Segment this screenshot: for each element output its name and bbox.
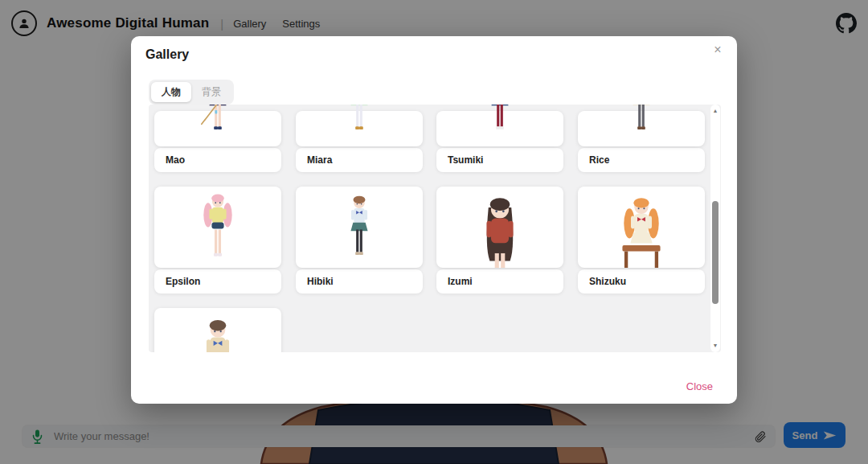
character-card[interactable]: Rice bbox=[578, 111, 705, 172]
character-card[interactable] bbox=[154, 308, 281, 352]
app-screen: Awesome Digital Human | Gallery Settings bbox=[0, 0, 868, 464]
character-figure bbox=[469, 190, 532, 268]
gallery-modal: Gallery × 人物 背景 MaoMiaraTsumikiRiceEpsil… bbox=[131, 36, 737, 404]
character-name-label: Shizuku bbox=[578, 269, 705, 294]
character-name-label: Rice bbox=[578, 148, 705, 172]
character-figure bbox=[340, 191, 379, 265]
scrollbar[interactable]: ▲ ▼ bbox=[710, 105, 720, 352]
tab-backgrounds[interactable]: 背景 bbox=[191, 82, 231, 102]
character-figure bbox=[616, 191, 666, 268]
tab-characters[interactable]: 人物 bbox=[151, 82, 191, 102]
modal-title: Gallery bbox=[145, 47, 189, 62]
character-figure bbox=[198, 189, 239, 266]
character-image bbox=[436, 187, 563, 268]
character-figure bbox=[191, 313, 245, 352]
scrollbar-up-arrow[interactable]: ▲ bbox=[710, 106, 720, 116]
character-name-label: Hibiki bbox=[296, 269, 423, 294]
character-card[interactable]: Miara bbox=[296, 111, 423, 172]
gallery-tabs: 人物 背景 bbox=[149, 80, 234, 105]
character-card[interactable]: Epsilon bbox=[154, 187, 281, 294]
character-name-label: Epsilon bbox=[154, 269, 281, 294]
character-card[interactable]: Mao bbox=[154, 111, 281, 172]
gallery-grid: MaoMiaraTsumikiRiceEpsilonHibikiIzumiShi… bbox=[149, 105, 705, 352]
character-image bbox=[154, 187, 281, 268]
character-figure bbox=[340, 105, 379, 139]
character-image bbox=[578, 187, 705, 268]
character-image bbox=[296, 187, 423, 268]
modal-close-button[interactable]: Close bbox=[686, 380, 713, 392]
character-name-label: Mao bbox=[154, 148, 281, 172]
character-card[interactable]: Shizuku bbox=[578, 187, 705, 294]
character-card[interactable]: Tsumiki bbox=[436, 111, 563, 172]
character-image bbox=[154, 111, 281, 146]
character-image bbox=[578, 111, 705, 146]
character-card[interactable]: Izumi bbox=[436, 187, 563, 294]
character-figure bbox=[199, 105, 237, 139]
character-name-label: Tsumiki bbox=[436, 148, 563, 172]
character-image bbox=[154, 308, 281, 352]
character-image bbox=[296, 111, 423, 146]
character-card[interactable]: Hibiki bbox=[296, 187, 423, 294]
character-name-label: Izumi bbox=[436, 269, 563, 294]
scrollbar-thumb[interactable] bbox=[712, 201, 719, 304]
gallery-scroll-viewport: MaoMiaraTsumikiRiceEpsilonHibikiIzumiShi… bbox=[149, 105, 721, 352]
character-figure bbox=[481, 105, 519, 139]
character-name-label: Miara bbox=[296, 148, 423, 172]
close-icon[interactable]: × bbox=[710, 43, 726, 57]
scrollbar-down-arrow[interactable]: ▼ bbox=[710, 341, 720, 351]
character-image bbox=[436, 111, 563, 146]
character-figure bbox=[622, 105, 661, 139]
